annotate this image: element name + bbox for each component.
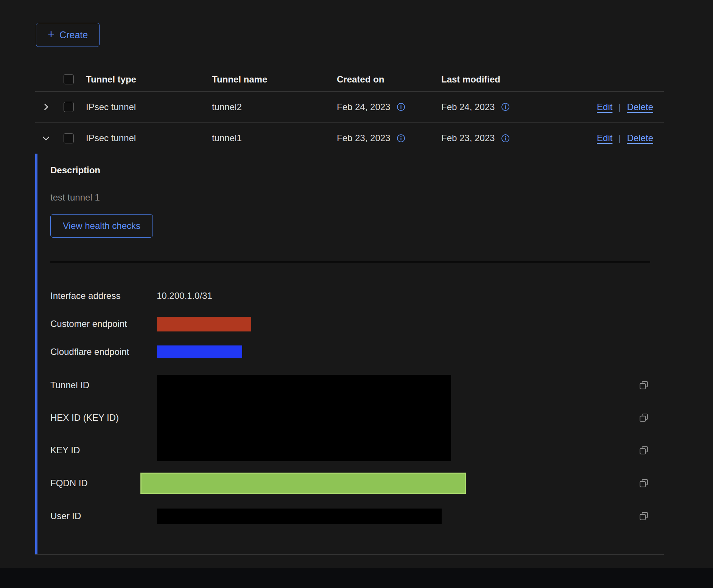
table-row: IPsec tunnel tunnel2 Feb 24, 2023 Feb 24… <box>35 92 664 123</box>
customer-endpoint-row: Customer endpoint <box>50 310 650 338</box>
cloudflare-endpoint-redacted-value <box>157 345 242 358</box>
interface-address-row: Interface address 10.200.1.0/31 <box>50 282 650 310</box>
created-on-cell: Feb 24, 2023 <box>337 102 390 112</box>
column-header-tunnel-type: Tunnel type <box>81 74 207 85</box>
column-header-created-on: Created on <box>332 74 436 85</box>
collapse-row-button[interactable] <box>39 132 53 145</box>
key-id-label: KEY ID <box>50 445 157 456</box>
tunnel-fields: Interface address 10.200.1.0/31 Customer… <box>50 282 650 532</box>
tunnels-page: + Create Tunnel type Tunnel name Created… <box>0 0 713 588</box>
select-all-checkbox[interactable] <box>64 74 74 84</box>
create-button[interactable]: + Create <box>36 23 100 47</box>
tunnel-name-cell: tunnel2 <box>207 102 332 112</box>
interface-address-value: 10.200.1.0/31 <box>157 291 212 301</box>
table-header-row: Tunnel type Tunnel name Created on Last … <box>35 67 664 92</box>
plus-icon: + <box>48 28 54 40</box>
last-modified-cell: Feb 24, 2023 <box>441 102 495 112</box>
tunnel-type-cell: IPsec tunnel <box>81 102 207 112</box>
customer-endpoint-label: Customer endpoint <box>50 319 157 329</box>
info-icon[interactable] <box>501 134 510 143</box>
chevron-down-icon <box>42 134 50 143</box>
last-modified-cell: Feb 23, 2023 <box>441 133 495 143</box>
table-row: IPsec tunnel tunnel1 Feb 23, 2023 Feb 23… <box>35 123 664 154</box>
action-separator: | <box>618 102 621 112</box>
edit-link[interactable]: Edit <box>597 133 612 143</box>
row-checkbox[interactable] <box>64 133 74 143</box>
info-icon[interactable] <box>501 103 510 111</box>
user-id-row: User ID <box>50 500 650 532</box>
create-button-label: Create <box>59 30 88 40</box>
tunnel-id-label: Tunnel ID <box>50 380 157 390</box>
tunnel-detail-panel: Description test tunnel 1 View health ch… <box>35 154 664 554</box>
created-on-cell: Feb 23, 2023 <box>337 133 390 143</box>
copy-icon[interactable] <box>637 411 650 424</box>
copy-icon[interactable] <box>637 510 650 523</box>
ids-redacted-value <box>157 375 451 461</box>
expand-row-button[interactable] <box>39 100 53 114</box>
copy-icon[interactable] <box>637 379 650 392</box>
column-header-last-modified: Last modified <box>436 74 582 85</box>
tunnels-table: Tunnel type Tunnel name Created on Last … <box>35 67 664 555</box>
edit-link[interactable]: Edit <box>597 102 612 112</box>
copy-icon[interactable] <box>637 477 650 490</box>
hex-id-label: HEX ID (KEY ID) <box>50 412 157 423</box>
description-label: Description <box>50 165 650 176</box>
fqdn-id-redacted-value <box>140 473 466 494</box>
view-health-checks-button[interactable]: View health checks <box>50 214 153 238</box>
delete-link[interactable]: Delete <box>627 133 653 143</box>
cloudflare-endpoint-label: Cloudflare endpoint <box>50 347 157 357</box>
tunnel-type-cell: IPsec tunnel <box>81 133 207 143</box>
description-value: test tunnel 1 <box>50 192 650 203</box>
delete-link[interactable]: Delete <box>627 102 653 112</box>
tunnel-ids-block: Tunnel ID HEX ID (KEY ID) KEY ID <box>50 369 650 467</box>
fqdn-id-row: FQDN ID <box>50 467 650 500</box>
row-checkbox[interactable] <box>64 102 74 112</box>
cloudflare-endpoint-row: Cloudflare endpoint <box>50 338 650 366</box>
column-header-tunnel-name: Tunnel name <box>207 74 332 85</box>
user-id-label: User ID <box>50 511 157 521</box>
info-icon[interactable] <box>397 134 405 143</box>
info-icon[interactable] <box>397 103 405 111</box>
chevron-right-icon <box>42 103 50 111</box>
divider <box>50 262 650 262</box>
footer-strip <box>0 568 713 588</box>
customer-endpoint-redacted-value <box>157 317 251 331</box>
interface-address-label: Interface address <box>50 291 157 301</box>
tunnel-name-cell: tunnel1 <box>207 133 332 143</box>
user-id-redacted-value <box>157 509 442 524</box>
copy-icon[interactable] <box>637 444 650 457</box>
action-separator: | <box>618 133 621 143</box>
